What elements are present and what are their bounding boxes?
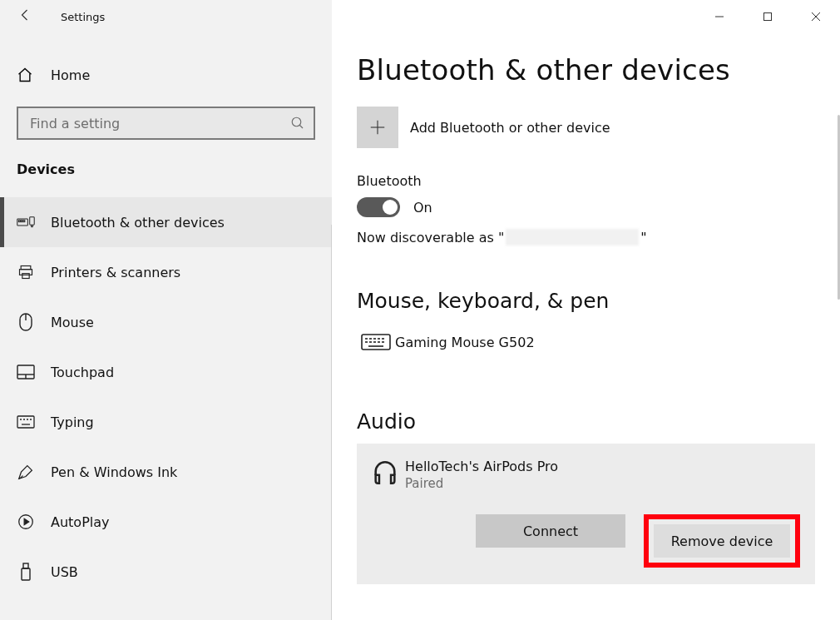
svg-rect-23 [22, 568, 30, 580]
keyboard-device-icon [357, 328, 395, 356]
svg-rect-9 [22, 274, 29, 279]
close-button[interactable] [792, 0, 840, 33]
back-icon[interactable] [18, 7, 33, 26]
svg-rect-15 [17, 416, 34, 428]
device-status: Paired [405, 476, 558, 491]
window-title: Settings [61, 11, 105, 23]
device-name-redacted [506, 229, 639, 246]
sidebar-item-label: Typing [51, 414, 94, 430]
sidebar-item-label: Mouse [51, 315, 94, 330]
svg-rect-3 [21, 221, 22, 222]
home-icon [17, 67, 35, 83]
sidebar-item-label: Printers & scanners [51, 265, 180, 280]
touchpad-icon [17, 363, 35, 381]
discoverable-text: Now discoverable as " " [357, 229, 815, 246]
sidebar-item-usb[interactable]: USB [0, 547, 332, 597]
sidebar-category: Devices [17, 161, 332, 177]
svg-rect-25 [764, 13, 772, 21]
usb-icon [17, 563, 35, 581]
sidebar-home[interactable]: Home [0, 55, 332, 95]
sidebar-item-mouse[interactable]: Mouse [0, 297, 332, 347]
bluetooth-heading: Bluetooth [357, 173, 815, 189]
pen-icon [17, 463, 35, 481]
mouse-icon [17, 313, 35, 331]
remove-device-button[interactable]: Remove device [654, 524, 790, 558]
sidebar-item-label: Touchpad [51, 365, 114, 380]
svg-rect-8 [20, 270, 32, 275]
plus-icon [357, 107, 398, 148]
add-device-label: Add Bluetooth or other device [410, 120, 610, 136]
device-name: HelloTech's AirPods Pro [405, 459, 558, 474]
svg-rect-4 [23, 221, 25, 222]
sidebar-item-printers[interactable]: Printers & scanners [0, 247, 332, 297]
settings-sidebar: Settings Home Devic [0, 0, 332, 620]
device-name: Gaming Mouse G502 [395, 335, 535, 350]
svg-rect-2 [18, 221, 20, 222]
bluetooth-devices-icon [17, 213, 35, 231]
search-box[interactable] [17, 107, 315, 140]
svg-rect-5 [30, 217, 35, 225]
autoplay-icon [17, 513, 35, 531]
group-heading-mousekbpen: Mouse, keyboard, & pen [357, 289, 815, 313]
sidebar-item-label: Pen & Windows Ink [51, 464, 177, 480]
sidebar-item-autoplay[interactable]: AutoPlay [0, 497, 332, 547]
add-device-button[interactable]: Add Bluetooth or other device [357, 107, 815, 148]
sidebar-item-label: USB [51, 564, 78, 580]
sidebar-item-label: AutoPlay [51, 514, 110, 530]
sidebar-item-label: Bluetooth & other devices [51, 215, 225, 231]
bluetooth-state-label: On [413, 200, 432, 216]
keyboard-icon [17, 413, 35, 431]
sidebar-item-pen[interactable]: Pen & Windows Ink [0, 447, 332, 497]
svg-point-6 [31, 226, 32, 227]
selected-audio-device[interactable]: HelloTech's AirPods Pro Paired Connect R… [357, 444, 815, 584]
svg-rect-7 [21, 266, 31, 270]
remove-device-highlight: Remove device [644, 514, 800, 568]
sidebar-item-touchpad[interactable]: Touchpad [0, 347, 332, 397]
sidebar-item-typing[interactable]: Typing [0, 397, 332, 447]
main-panel: Bluetooth & other devices Add Bluetooth … [332, 0, 840, 620]
headphones-icon [365, 459, 405, 487]
group-heading-audio: Audio [357, 409, 815, 434]
connect-button[interactable]: Connect [476, 514, 625, 548]
search-input[interactable] [28, 115, 290, 132]
search-icon [290, 116, 305, 131]
device-row[interactable]: Gaming Mouse G502 [357, 323, 815, 361]
home-label: Home [51, 67, 90, 83]
sidebar-nav: Bluetooth & other devices Printers & sca… [0, 197, 332, 597]
maximize-button[interactable] [744, 0, 792, 33]
page-title: Bluetooth & other devices [357, 53, 815, 87]
svg-point-0 [292, 117, 301, 126]
window-controls [695, 0, 840, 33]
sidebar-item-bluetooth[interactable]: Bluetooth & other devices [0, 197, 332, 247]
minimize-button[interactable] [695, 0, 744, 33]
bluetooth-toggle[interactable] [357, 197, 400, 217]
printer-icon [17, 263, 35, 281]
sidebar-topbar: Settings [0, 0, 332, 33]
svg-rect-22 [23, 563, 28, 568]
